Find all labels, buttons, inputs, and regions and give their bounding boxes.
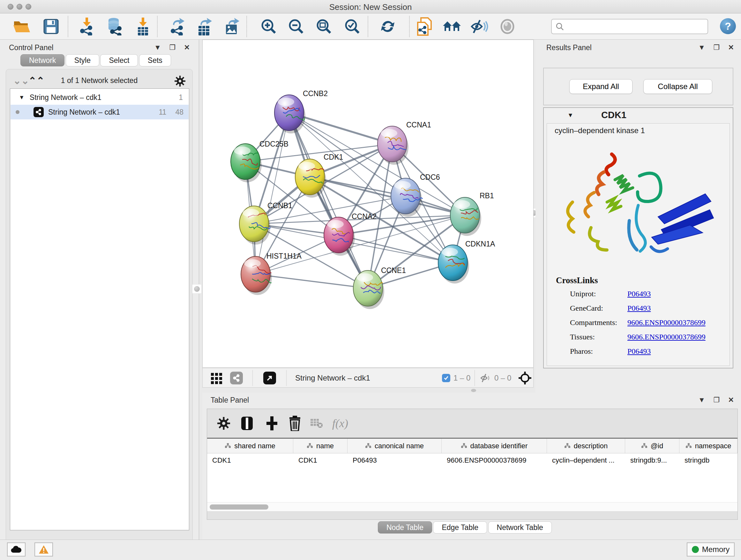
node-CDKN1A[interactable] bbox=[438, 245, 469, 284]
edge-CCNB2-CCNE1[interactable] bbox=[289, 113, 368, 288]
node-RB1[interactable] bbox=[450, 197, 481, 236]
import-network-database-button[interactable] bbox=[103, 15, 126, 38]
string-network-badge[interactable] bbox=[230, 371, 243, 385]
network-canvas[interactable]: CCNB2CCNA1CDC25BCDK1CDC6RB1CCNB1CCNA2CDK… bbox=[202, 40, 534, 368]
search-input[interactable] bbox=[566, 22, 708, 30]
tab-network[interactable]: Network bbox=[20, 54, 64, 66]
open-in-window-button[interactable] bbox=[263, 371, 276, 385]
refresh-button[interactable] bbox=[376, 15, 400, 38]
crosslink-label: Tissues: bbox=[570, 333, 595, 341]
table-data-row[interactable]: CDK1CDK1P064939606.ENSP00000378699cyclin… bbox=[207, 453, 738, 468]
export-table-button[interactable] bbox=[193, 15, 217, 38]
collection-expander-icon[interactable]: ▼ bbox=[19, 94, 24, 101]
column-header-description[interactable]: description bbox=[547, 439, 625, 453]
crosslink-link[interactable]: 9606.ENSP00000378699 bbox=[627, 318, 705, 327]
node-CCNB1[interactable] bbox=[239, 206, 270, 245]
node-CCNA1[interactable] bbox=[378, 126, 408, 165]
memory-button[interactable]: Memory bbox=[687, 543, 735, 557]
column-header-shared-name[interactable]: shared name bbox=[207, 439, 293, 453]
panel-close-icon[interactable]: ✕ bbox=[728, 396, 734, 404]
home-button[interactable] bbox=[440, 15, 464, 38]
tab-style[interactable]: Style bbox=[66, 54, 99, 66]
cloud-status-button[interactable] bbox=[7, 543, 25, 557]
node-CCNA2[interactable] bbox=[324, 217, 355, 256]
node-CDC6[interactable] bbox=[391, 178, 422, 217]
edge-CDC6-CCNB1[interactable] bbox=[254, 196, 406, 224]
panel-close-icon[interactable]: ✕ bbox=[184, 44, 190, 52]
panel-close-icon[interactable]: ✕ bbox=[728, 44, 734, 52]
open-session-button[interactable] bbox=[10, 15, 33, 38]
hscrollbar-thumb[interactable] bbox=[210, 504, 268, 509]
tab-sets[interactable]: Sets bbox=[139, 54, 171, 66]
crosslink-link[interactable]: P06493 bbox=[627, 347, 651, 356]
save-session-button[interactable] bbox=[39, 15, 63, 38]
show-all-button[interactable] bbox=[495, 15, 519, 38]
import-table-file-button[interactable] bbox=[131, 15, 155, 38]
selected-checkbox-icon[interactable] bbox=[442, 374, 450, 382]
zoom-fit-button[interactable] bbox=[312, 15, 336, 38]
hidden-eye-slash-icon[interactable] bbox=[480, 373, 491, 383]
table-cell[interactable]: stringdb:9... bbox=[625, 453, 679, 468]
delete-column-button[interactable] bbox=[289, 415, 301, 432]
tab-network-table[interactable]: Network Table bbox=[488, 521, 552, 534]
column-header-database-identifier[interactable]: database identifier bbox=[442, 439, 547, 453]
show-columns-button[interactable] bbox=[240, 415, 254, 432]
crosslink-link[interactable]: 9606.ENSP00000378699 bbox=[627, 333, 705, 341]
horizontal-splitter-handle[interactable] bbox=[471, 389, 476, 392]
table-cell[interactable]: CDK1 bbox=[207, 453, 293, 468]
table-cell[interactable]: CDK1 bbox=[293, 453, 347, 468]
network-collection-row[interactable]: ▼ String Network – cdk1 1 bbox=[10, 90, 189, 105]
table-cell[interactable]: stringdb bbox=[679, 453, 738, 468]
export-image-button[interactable] bbox=[220, 15, 244, 38]
node-table[interactable]: shared namenamecanonical namedatabase id… bbox=[207, 438, 738, 511]
tab-node-table[interactable]: Node Table bbox=[378, 521, 432, 534]
expand-all-button[interactable]: Expand All bbox=[569, 79, 632, 94]
left-splitter-handle[interactable] bbox=[192, 284, 202, 294]
network-options-gear-icon[interactable] bbox=[175, 76, 185, 86]
column-header-canonical-name[interactable]: canonical name bbox=[347, 439, 442, 453]
node-CDK1[interactable] bbox=[295, 159, 326, 198]
panel-float-icon[interactable]: ❐ bbox=[714, 396, 720, 404]
zoom-selected-button[interactable] bbox=[340, 15, 364, 38]
crosslink-link[interactable]: P06493 bbox=[627, 290, 651, 298]
protein-description: cyclin–dependent kinase 1 bbox=[555, 126, 645, 135]
panel-float-icon[interactable]: ❐ bbox=[170, 44, 176, 52]
hide-selected-button[interactable] bbox=[468, 15, 491, 38]
tab-edge-table[interactable]: Edge Table bbox=[433, 521, 487, 534]
clone-network-button[interactable] bbox=[413, 15, 436, 38]
birdseye-view-button[interactable] bbox=[210, 371, 223, 385]
edge-CCNB2-HIST1H1A[interactable] bbox=[256, 113, 289, 274]
warnings-button[interactable] bbox=[35, 543, 53, 557]
table-cell[interactable]: 9606.ENSP00000378699 bbox=[442, 453, 547, 468]
column-header-namespace[interactable]: namespace bbox=[679, 439, 738, 453]
panel-float-icon[interactable]: ❐ bbox=[714, 44, 720, 52]
search-box[interactable] bbox=[551, 19, 708, 34]
zoom-out-button[interactable] bbox=[284, 15, 308, 38]
table-hscrollbar[interactable] bbox=[207, 502, 738, 511]
network-graph: CCNB2CCNA1CDC25BCDK1CDC6RB1CCNB1CCNA2CDK… bbox=[203, 40, 533, 368]
edge-HIST1H1A-CCNE1[interactable] bbox=[256, 274, 368, 288]
help-button[interactable]: ? bbox=[720, 18, 736, 34]
hidden-counts-group: 0 – 0 bbox=[480, 371, 511, 385]
panel-menu-icon[interactable]: ▼ bbox=[698, 396, 705, 404]
table-cell[interactable]: P06493 bbox=[347, 453, 442, 468]
node-CCNB2[interactable] bbox=[274, 95, 306, 133]
network-row-selected[interactable]: String Network – cdk1 11 48 bbox=[10, 105, 189, 119]
tab-select[interactable]: Select bbox=[100, 54, 138, 66]
panel-menu-icon[interactable]: ▼ bbox=[154, 44, 161, 52]
collapse-all-button[interactable]: Collapse All bbox=[643, 79, 712, 94]
panel-menu-icon[interactable]: ▼ bbox=[698, 44, 705, 52]
protein-expander-icon[interactable]: ▼ bbox=[567, 112, 574, 119]
zoom-in-button[interactable] bbox=[257, 15, 280, 38]
fit-selected-button[interactable] bbox=[518, 371, 532, 385]
export-network-button[interactable] bbox=[166, 15, 190, 38]
import-network-file-button[interactable] bbox=[75, 15, 98, 38]
table-cell[interactable]: cyclin–dependent ... bbox=[547, 453, 625, 468]
column-header--id[interactable]: @id bbox=[625, 439, 679, 453]
table-options-button[interactable] bbox=[217, 415, 230, 432]
crosslink-link[interactable]: P06493 bbox=[627, 304, 651, 313]
node-HIST1H1A[interactable] bbox=[241, 256, 272, 295]
create-column-button[interactable] bbox=[265, 415, 279, 432]
column-header-name[interactable]: name bbox=[293, 439, 347, 453]
node-CCNE1[interactable] bbox=[353, 270, 384, 309]
